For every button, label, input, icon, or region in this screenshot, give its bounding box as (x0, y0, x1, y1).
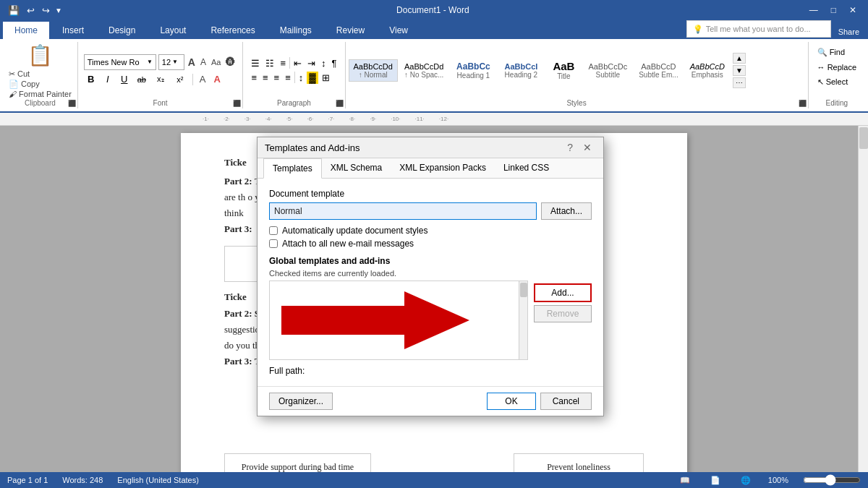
tab-mailings[interactable]: Mailings (268, 22, 323, 39)
copy-label[interactable]: 📄 Copy (9, 80, 40, 89)
style-heading1[interactable]: AaBbCc Heading 1 (450, 59, 496, 82)
view-read-btn[interactable]: 📖 (677, 475, 693, 486)
cut-label[interactable]: ✂ Cut (9, 69, 30, 79)
style-emphasis[interactable]: AaBbCcD Emphasis (685, 59, 730, 82)
language: English (United States) (117, 476, 199, 484)
style-subtitle[interactable]: AaBbCcDc Subtitle (583, 59, 632, 82)
find-btn[interactable]: 🔍 Find (814, 46, 859, 59)
font-name-box[interactable]: Times New Ro ▼ (84, 54, 156, 70)
organizer-btn[interactable]: Organizer... (269, 393, 333, 410)
style-subtle-em[interactable]: AaBbCcD Subtle Em... (634, 59, 683, 82)
zoom-level: 100% (768, 476, 788, 484)
style-title[interactable]: AaB Title (545, 57, 582, 83)
cancel-btn[interactable]: Cancel (540, 393, 592, 410)
minimize-btn[interactable]: — (804, 4, 824, 17)
tab-review[interactable]: Review (325, 22, 376, 39)
tab-references[interactable]: References (199, 22, 266, 39)
italic-btn[interactable]: I (101, 72, 115, 87)
window-controls: — □ ✕ (804, 4, 862, 17)
paragraph-launcher[interactable]: ⬛ (336, 100, 344, 107)
borders-btn[interactable]: ⊞ (320, 72, 332, 84)
text-highlight-btn[interactable]: A (197, 72, 209, 86)
font-size-box[interactable]: 12 ▼ (158, 54, 184, 70)
subscript-btn[interactable]: x₂ (152, 72, 169, 87)
add-remove-btns: Add... Remove (534, 281, 592, 360)
superscript-btn[interactable]: x² (171, 72, 189, 87)
tab-home[interactable]: Home (3, 22, 49, 39)
dialog-tab-xml-schema[interactable]: XML Schema (322, 158, 391, 178)
paste-btn[interactable]: 📋 (9, 42, 72, 69)
dialog-help-btn[interactable]: ? (563, 142, 577, 153)
change-case-btn[interactable]: Aa (210, 57, 222, 67)
ok-btn[interactable]: OK (487, 393, 535, 410)
justify-btn[interactable]: ≡ (283, 72, 293, 84)
dialog-tab-linked-css[interactable]: Linked CSS (495, 158, 558, 178)
font-group-label: Font (78, 99, 243, 107)
tab-layout[interactable]: Layout (148, 22, 197, 39)
font-color-btn[interactable]: A (210, 72, 223, 86)
style-no-spacing[interactable]: AaBbCcDd ↑ No Spac... (399, 59, 448, 82)
remove-btn[interactable]: Remove (534, 305, 592, 322)
font-shrink-btn[interactable]: A (199, 56, 208, 68)
word-count: Words: 248 (62, 476, 103, 484)
template-input[interactable] (269, 202, 537, 220)
app-title: Document1 - Word (67, 5, 799, 15)
dialog: Templates and Add-ins ? ✕ Templates XML … (257, 137, 604, 416)
increase-indent-btn[interactable]: ⇥ (305, 57, 318, 69)
tab-insert[interactable]: Insert (51, 22, 95, 39)
font-size-dropdown[interactable]: ▼ (172, 59, 178, 65)
close-btn[interactable]: ✕ (843, 4, 862, 17)
paragraph-group-label: Paragraph (243, 99, 344, 107)
doc-vertical-scrollbar[interactable] (858, 126, 868, 488)
view-web-btn[interactable]: 🌐 (738, 475, 754, 486)
font-grow-btn[interactable]: A (187, 56, 197, 69)
list-scrollbar[interactable] (519, 281, 527, 359)
line-spacing-btn[interactable]: ↕ (297, 72, 306, 84)
bullets-btn[interactable]: ☰ (249, 57, 262, 69)
global-list-area[interactable] (269, 281, 528, 360)
underline-btn[interactable]: U (117, 72, 132, 87)
multilevel-btn[interactable]: ≡ (278, 57, 288, 69)
select-btn[interactable]: ↖ Select (814, 76, 859, 88)
style-heading2[interactable]: AaBbCcI Heading 2 (498, 59, 544, 82)
clipboard-launcher[interactable]: ⬛ (68, 100, 76, 107)
tab-design[interactable]: Design (97, 22, 147, 39)
redo-icon[interactable]: ↪ (40, 4, 52, 17)
styles-scroll-down[interactable]: ▲ ▼ ⋯ (733, 53, 746, 88)
font-name-dropdown[interactable]: ▼ (147, 59, 153, 65)
styles-launcher[interactable]: ⬛ (799, 100, 807, 107)
clipboard-group-label: Clipboard (3, 99, 77, 107)
tab-view[interactable]: View (378, 22, 420, 39)
tell-me-text: Tell me what you want to do... (706, 25, 811, 33)
clear-format-btn[interactable]: 🅐 (224, 56, 237, 68)
style-normal[interactable]: AaBbCcDd ↑ Normal (349, 59, 398, 82)
dialog-close-btn[interactable]: ✕ (579, 142, 596, 153)
align-center-btn[interactable]: ≡ (260, 72, 271, 84)
show-formatting-btn[interactable]: ¶ (330, 57, 339, 69)
align-left-btn[interactable]: ≡ (249, 72, 259, 84)
view-print-btn[interactable]: 📄 (707, 475, 723, 486)
attach-email-checkbox[interactable] (269, 239, 278, 248)
bold-btn[interactable]: B (84, 72, 98, 87)
qat-dropdown-icon[interactable]: ▼ (55, 7, 62, 14)
decrease-indent-btn[interactable]: ⇤ (292, 57, 304, 69)
format-painter-label[interactable]: 🖌 Format Painter (9, 90, 72, 98)
replace-btn[interactable]: ↔ Replace (814, 61, 859, 73)
shading-btn[interactable]: ▓ (307, 72, 318, 84)
attach-btn[interactable]: Attach... (541, 202, 592, 220)
undo-icon[interactable]: ↩ (25, 4, 37, 17)
tell-me-bar[interactable]: 💡 Tell me what you want to do... (686, 20, 831, 38)
auto-update-checkbox[interactable] (269, 226, 278, 235)
save-icon[interactable]: 💾 (6, 4, 22, 17)
add-btn[interactable]: Add... (534, 283, 592, 302)
share-btn[interactable]: Share (833, 25, 865, 39)
font-launcher[interactable]: ⬛ (233, 100, 241, 107)
numbering-btn[interactable]: ☷ (263, 57, 276, 69)
zoom-slider[interactable] (803, 474, 861, 486)
strikethrough-btn[interactable]: ab (134, 72, 150, 87)
dialog-tab-templates[interactable]: Templates (263, 158, 322, 179)
maximize-btn[interactable]: □ (825, 4, 842, 17)
dialog-tab-xml-expansion[interactable]: XML Expansion Packs (391, 158, 495, 178)
align-right-btn[interactable]: ≡ (272, 72, 282, 84)
sort-btn[interactable]: ↕ (319, 57, 328, 69)
